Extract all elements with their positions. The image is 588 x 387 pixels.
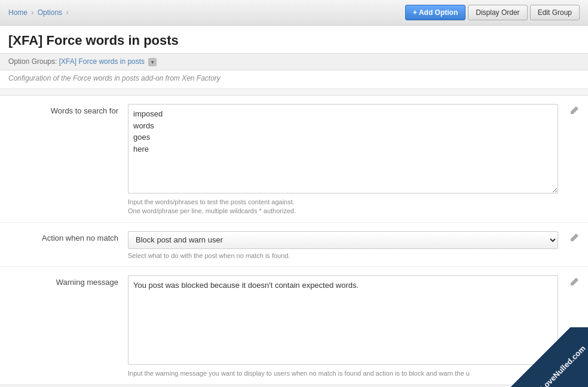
breadcrumb-home[interactable]: Home <box>8 8 27 17</box>
words-to-search-row: Words to search for imposed words goes h… <box>0 96 588 223</box>
warning-message-edit-icon[interactable] <box>568 275 581 288</box>
words-to-search-label: Words to search for <box>8 104 128 115</box>
edit-group-button[interactable]: Edit Group <box>530 5 580 20</box>
warning-message-wrap: <span class="word-you">You</span> post w… <box>128 275 580 378</box>
warning-message-row: Warning message <span class="word-you">Y… <box>0 267 588 384</box>
page-description: Configuration of the Force words in post… <box>0 70 588 89</box>
words-to-search-wrap: imposed words goes here Input the words/… <box>128 104 580 216</box>
words-to-search-edit-icon[interactable] <box>568 104 581 117</box>
option-groups-value[interactable]: [XFA] Force words in posts <box>59 57 145 66</box>
action-no-match-select[interactable]: Block post and warn user Warn user only … <box>128 231 558 249</box>
breadcrumb-options[interactable]: Options <box>38 8 62 17</box>
breadcrumb-sep2: › <box>66 8 68 17</box>
action-no-match-edit-icon[interactable] <box>568 231 581 244</box>
words-to-search-hint1: Input the words/phrases to test the post… <box>128 198 558 216</box>
option-groups-label: Option Groups: <box>8 57 57 66</box>
option-groups-bar: Option Groups: [XFA] Force words in post… <box>0 54 588 70</box>
form-section: Words to search for imposed words goes h… <box>0 95 588 385</box>
add-option-button[interactable]: + Add Option <box>405 5 466 20</box>
breadcrumb: Home › Options › <box>8 8 70 17</box>
top-bar: Home › Options › + Add Option Display Or… <box>0 0 588 26</box>
action-no-match-row: Action when no match Block post and warn… <box>0 223 588 267</box>
display-order-button[interactable]: Display Order <box>468 5 527 20</box>
header-actions: + Add Option Display Order Edit Group <box>405 5 580 20</box>
option-groups-dropdown-icon[interactable]: ▾ <box>148 58 157 66</box>
warning-message-input[interactable]: <span class="word-you">You</span> post w… <box>128 275 558 365</box>
page-header: [XFA] Force words in posts <box>0 26 588 54</box>
main-content: Words to search for imposed words goes h… <box>0 89 588 387</box>
breadcrumb-sep1: › <box>31 8 35 17</box>
warning-message-hint: Input the warning message you want to di… <box>128 369 558 378</box>
action-no-match-hint: Select what to do with the post when no … <box>128 251 558 260</box>
action-no-match-label: Action when no match <box>8 231 128 242</box>
words-to-search-input[interactable]: imposed words goes here <box>128 104 558 194</box>
action-no-match-wrap: Block post and warn user Warn user only … <box>128 231 580 260</box>
page-title: [XFA] Force words in posts <box>8 33 580 48</box>
warning-message-label: Warning message <box>8 275 128 287</box>
